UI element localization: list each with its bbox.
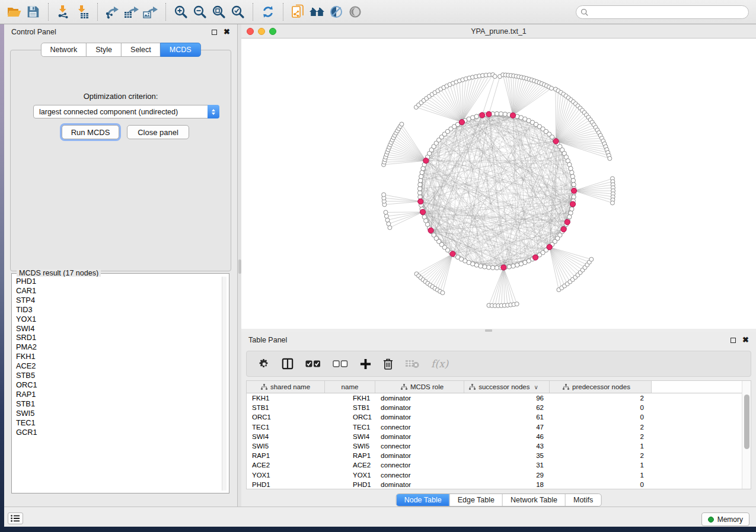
- table-row[interactable]: ACE2ACE2connector311: [247, 460, 751, 470]
- tab-edge-table[interactable]: Edge Table: [449, 494, 502, 506]
- network-node[interactable]: [479, 264, 483, 268]
- mcds-hub-node[interactable]: [532, 255, 538, 260]
- tab-mcds[interactable]: MCDS: [160, 43, 201, 57]
- optimization-criterion-select[interactable]: largest connected component (undirected): [33, 105, 219, 118]
- memory-button[interactable]: Memory: [701, 512, 749, 526]
- column-header-MCDS-role[interactable]: MCDS role: [375, 381, 464, 393]
- network-node[interactable]: [515, 263, 519, 267]
- mcds-hub-node[interactable]: [571, 188, 576, 193]
- mcds-hub-node[interactable]: [553, 139, 559, 144]
- network-node[interactable]: [493, 75, 497, 79]
- mcds-result-item[interactable]: ORC1: [14, 380, 227, 390]
- network-node[interactable]: [569, 166, 573, 171]
- close-panel-button[interactable]: Close panel: [127, 125, 189, 139]
- network-node[interactable]: [483, 265, 487, 269]
- network-file-button[interactable]: [289, 2, 308, 21]
- export-image-button[interactable]: [141, 2, 160, 21]
- mcds-hub-node[interactable]: [547, 244, 552, 249]
- mcds-result-item[interactable]: CAR1: [14, 286, 227, 296]
- window-minimize-icon[interactable]: [258, 28, 265, 35]
- mcds-hub-node[interactable]: [418, 198, 423, 204]
- mcds-result-item[interactable]: PHD1: [14, 277, 227, 286]
- mcds-result-item[interactable]: RAP1: [14, 390, 227, 399]
- split-view-button[interactable]: [282, 356, 294, 371]
- tab-network-table[interactable]: Network Table: [502, 494, 565, 506]
- delete-column-button[interactable]: [383, 356, 393, 371]
- table-row[interactable]: PHD1PHD1dominator180: [247, 480, 751, 489]
- divider-handle[interactable]: [238, 259, 241, 274]
- network-node[interactable]: [495, 265, 499, 270]
- float-panel-icon[interactable]: [212, 30, 217, 35]
- mcds-hub-node[interactable]: [510, 113, 515, 118]
- mcds-result-item[interactable]: SWI5: [14, 409, 227, 418]
- network-node[interactable]: [382, 193, 386, 197]
- network-node[interactable]: [418, 195, 422, 199]
- network-node[interactable]: [499, 111, 503, 116]
- network-node[interactable]: [384, 210, 388, 214]
- mcds-hub-node[interactable]: [428, 227, 433, 233]
- network-node[interactable]: [608, 156, 612, 161]
- network-node[interactable]: [572, 182, 576, 187]
- mcds-hub-node[interactable]: [501, 265, 506, 270]
- float-panel-icon[interactable]: [731, 338, 736, 343]
- search-field[interactable]: [576, 5, 749, 19]
- table-settings-button[interactable]: [259, 356, 270, 371]
- column-header-shared-name[interactable]: shared name: [247, 381, 325, 393]
- network-node[interactable]: [570, 174, 575, 178]
- network-node[interactable]: [495, 111, 499, 116]
- column-header-predecessor-nodes[interactable]: predecessor nodes: [550, 381, 652, 393]
- table-row[interactable]: SWI4SWI4dominator462: [247, 432, 751, 441]
- add-column-button[interactable]: [360, 356, 371, 371]
- mcds-hub-node[interactable]: [561, 226, 566, 232]
- tab-motifs[interactable]: Motifs: [565, 494, 601, 506]
- export-network-button[interactable]: [103, 2, 122, 21]
- tab-node-table[interactable]: Node Table: [397, 494, 449, 506]
- network-node[interactable]: [515, 302, 519, 306]
- mcds-result-item[interactable]: STB1: [14, 399, 227, 409]
- mcds-result-item[interactable]: SWI4: [14, 324, 227, 334]
- mcds-hub-node[interactable]: [570, 201, 575, 207]
- network-node[interactable]: [417, 187, 422, 191]
- task-history-button[interactable]: [8, 512, 23, 524]
- network-node[interactable]: [490, 265, 495, 270]
- mcds-hub-node[interactable]: [486, 111, 492, 117]
- network-node[interactable]: [474, 114, 479, 118]
- mcds-result-item[interactable]: PMA2: [14, 342, 227, 352]
- run-mcds-button[interactable]: Run MCDS: [62, 125, 119, 139]
- mcds-hub-node[interactable]: [459, 120, 464, 125]
- zoom-selected-button[interactable]: [228, 2, 247, 21]
- zoom-fit-button[interactable]: [209, 2, 228, 21]
- mcds-result-item[interactable]: YOX1: [14, 315, 227, 324]
- mcds-result-item[interactable]: GCR1: [14, 428, 227, 437]
- column-header-successor-nodes[interactable]: successor nodes∨: [464, 381, 550, 393]
- network-node[interactable]: [418, 182, 422, 187]
- network-node[interactable]: [441, 291, 445, 295]
- network-node[interactable]: [589, 257, 594, 261]
- table-row[interactable]: YOX1YOX1connector291: [247, 470, 751, 480]
- network-node[interactable]: [511, 264, 515, 268]
- mcds-result-item[interactable]: STB5: [14, 371, 227, 380]
- mcds-hub-node[interactable]: [420, 209, 425, 214]
- window-maximize-icon[interactable]: [269, 28, 276, 35]
- column-header-name[interactable]: name: [325, 381, 375, 393]
- network-node[interactable]: [570, 170, 574, 174]
- zoom-out-button[interactable]: [190, 2, 209, 21]
- mcds-result-item[interactable]: ACE2: [14, 361, 227, 371]
- mcds-result-list[interactable]: PHD1CAR1STP4TID3YOX1SWI4SRD1PMA2FKH1ACE2…: [14, 277, 227, 491]
- mcds-hub-node[interactable]: [423, 158, 429, 164]
- network-node[interactable]: [385, 218, 390, 222]
- table-scrollbar[interactable]: [742, 381, 751, 489]
- home-button[interactable]: [308, 2, 327, 21]
- network-node[interactable]: [418, 178, 422, 182]
- tab-style[interactable]: Style: [86, 43, 122, 57]
- network-window-titlebar[interactable]: YPA_prune.txt_1: [241, 24, 756, 39]
- import-table-button[interactable]: [73, 2, 92, 21]
- search-input[interactable]: [592, 7, 748, 18]
- network-node[interactable]: [570, 207, 574, 211]
- network-node[interactable]: [503, 112, 507, 116]
- network-node[interactable]: [420, 170, 424, 174]
- mcds-result-item[interactable]: FKH1: [14, 352, 227, 361]
- deselect-all-button[interactable]: [333, 356, 348, 371]
- network-node[interactable]: [417, 191, 422, 195]
- mcds-result-item[interactable]: TEC1: [14, 418, 227, 428]
